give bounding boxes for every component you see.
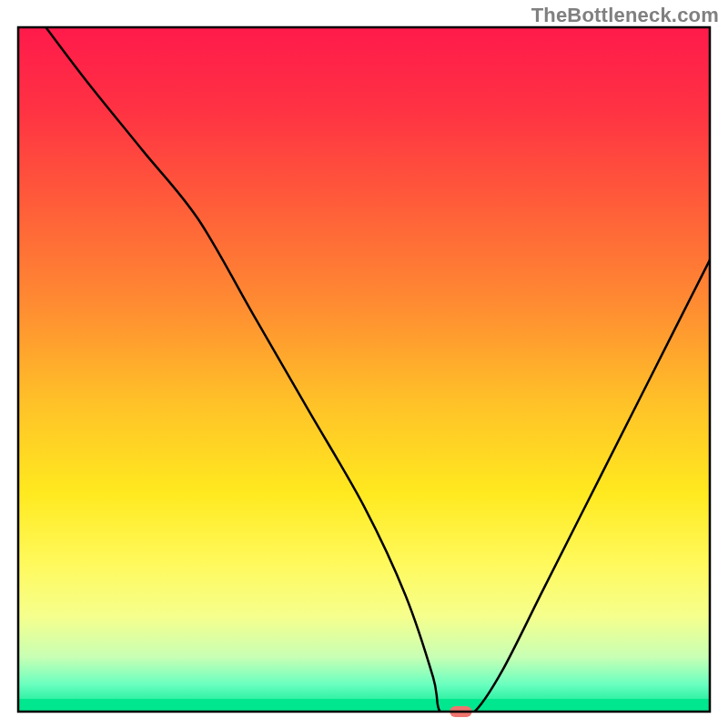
chart-svg bbox=[0, 0, 728, 728]
plot-background bbox=[18, 27, 710, 712]
plot-bottom-band bbox=[18, 699, 710, 712]
watermark-text: TheBottleneck.com bbox=[531, 4, 719, 27]
bottleneck-chart: TheBottleneck.com bbox=[0, 0, 728, 728]
